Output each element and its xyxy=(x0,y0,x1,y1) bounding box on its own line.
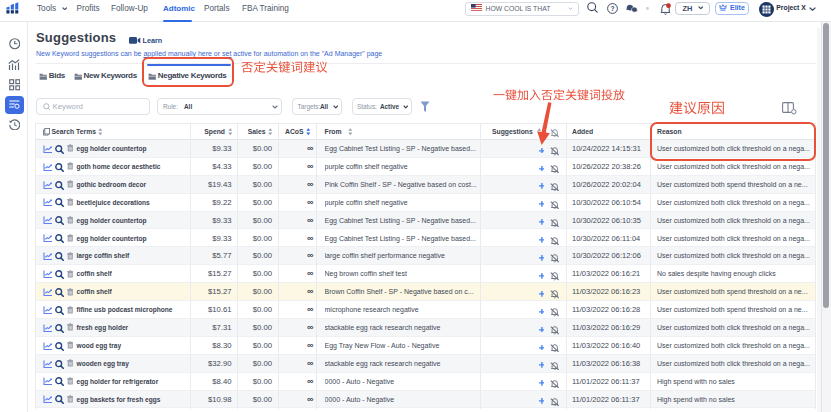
svg-text:?: ? xyxy=(610,5,614,12)
